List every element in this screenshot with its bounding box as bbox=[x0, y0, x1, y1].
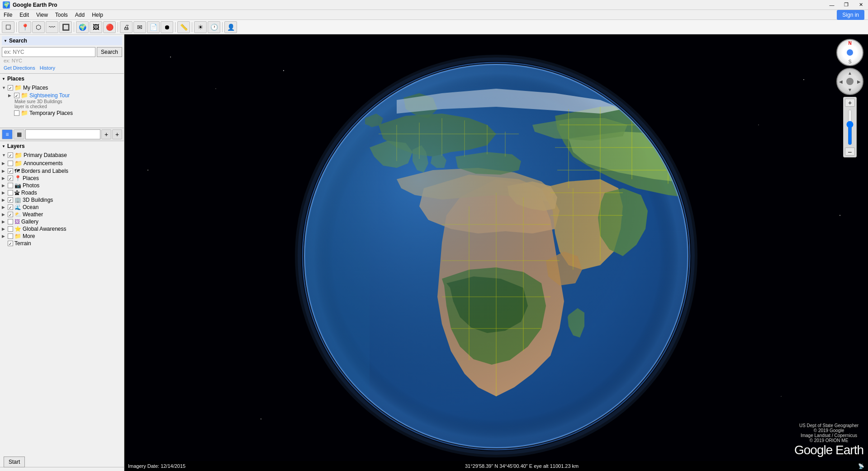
primary-db-checkbox[interactable] bbox=[8, 152, 13, 158]
signin-button[interactable]: Sign in bbox=[837, 10, 864, 20]
history-link[interactable]: History bbox=[40, 65, 55, 71]
menu-tools[interactable]: Tools bbox=[52, 11, 71, 19]
announcements-item[interactable]: ▶ 📁 Announcements bbox=[2, 159, 122, 167]
photos-checkbox[interactable] bbox=[8, 183, 13, 188]
gallery-checkbox[interactable] bbox=[8, 219, 13, 224]
streetview-button[interactable]: 👤 bbox=[224, 21, 237, 33]
menubar: File Edit View Tools Add Help Sign in bbox=[0, 10, 868, 20]
compass[interactable]: N S bbox=[836, 39, 863, 66]
announcements-checkbox[interactable] bbox=[8, 161, 13, 166]
joystick-up-arrow: ▲ bbox=[848, 71, 852, 76]
menu-add[interactable]: Add bbox=[71, 11, 88, 19]
global-expand-icon: ▶ bbox=[2, 227, 6, 231]
add-item-button[interactable]: + bbox=[112, 129, 122, 139]
globe-svg[interactable] bbox=[124, 34, 868, 471]
start-button[interactable]: Start bbox=[4, 457, 25, 467]
my-places-item[interactable]: ▼ 📁 My Places bbox=[2, 84, 122, 91]
print-button[interactable]: 🖨 bbox=[120, 21, 133, 33]
nav-controls: N S ▲ ▼ ◀ ▶ + – bbox=[836, 39, 863, 157]
globe-area[interactable]: N S ▲ ▼ ◀ ▶ + – US Dept bbox=[124, 34, 868, 471]
polygon-button[interactable]: ⬡ bbox=[32, 21, 45, 33]
global-label: Global Awareness bbox=[23, 226, 66, 232]
detail-view-button[interactable]: ▦ bbox=[14, 129, 24, 139]
path-button[interactable]: 〰 bbox=[46, 21, 58, 33]
more-checkbox[interactable] bbox=[8, 233, 13, 239]
gallery-item[interactable]: ▶ 🖼 Gallery bbox=[2, 218, 122, 225]
photos-icon: 📷 bbox=[14, 182, 21, 189]
restore-button[interactable]: ❐ bbox=[839, 0, 854, 10]
list-search-input[interactable] bbox=[25, 129, 100, 139]
my-places-checkbox[interactable] bbox=[8, 85, 13, 90]
ocean-checkbox[interactable] bbox=[8, 205, 13, 210]
close-button[interactable]: ✕ bbox=[854, 0, 868, 10]
terrain-checkbox[interactable] bbox=[8, 241, 13, 246]
ocean-item[interactable]: ▶ 🌊 Ocean bbox=[2, 204, 122, 211]
menu-help[interactable]: Help bbox=[88, 11, 107, 19]
overlay-button[interactable]: 🔲 bbox=[59, 21, 72, 33]
look-joystick[interactable]: ▲ ▼ ◀ ▶ bbox=[836, 68, 863, 95]
svg-point-3 bbox=[283, 70, 284, 71]
weather-item[interactable]: ▶ ⛅ Weather bbox=[2, 211, 122, 218]
weather-checkbox[interactable] bbox=[8, 212, 13, 217]
search-input[interactable] bbox=[2, 47, 95, 57]
sun-button[interactable]: ☀ bbox=[194, 21, 207, 33]
minimize-button[interactable]: — bbox=[825, 0, 839, 10]
roads-checkbox[interactable] bbox=[8, 190, 13, 195]
zoom-slider[interactable] bbox=[848, 109, 852, 145]
borders-checkbox[interactable] bbox=[8, 168, 13, 174]
sky-button[interactable]: 🖼 bbox=[90, 21, 102, 33]
roads-label: Roads bbox=[21, 190, 37, 196]
places-layer-checkbox[interactable] bbox=[8, 176, 13, 181]
photos-label: Photos bbox=[23, 182, 39, 189]
search-button[interactable]: Search bbox=[97, 47, 122, 57]
3d-buildings-item[interactable]: ▶ 🏢 3D Buildings bbox=[2, 196, 122, 204]
app-title: Google Earth Pro bbox=[13, 2, 57, 8]
zoom-in-button[interactable]: + bbox=[845, 99, 855, 107]
earth-button[interactable]: 🌍 bbox=[76, 21, 89, 33]
places-header[interactable]: ▼ Places bbox=[2, 76, 122, 82]
3d-icon: 🏢 bbox=[14, 197, 21, 203]
sightseeing-label[interactable]: Sightseeing Tour bbox=[29, 92, 70, 99]
borders-labels-item[interactable]: ▶ 🗺 Borders and Labels bbox=[2, 167, 122, 175]
email-button[interactable]: ✉ bbox=[133, 21, 146, 33]
more-item[interactable]: ▶ 📁 More bbox=[2, 233, 122, 240]
search-header[interactable]: ▼ Search bbox=[2, 36, 122, 45]
layers-header[interactable]: ▼ Layers bbox=[2, 143, 122, 149]
layers-label: Layers bbox=[7, 143, 25, 149]
historical-button[interactable]: 🕐 bbox=[208, 21, 220, 33]
temp-places-checkbox[interactable] bbox=[14, 110, 19, 116]
photos-item[interactable]: ▶ 📷 Photos bbox=[2, 182, 122, 189]
record-button[interactable]: ⏺ bbox=[161, 21, 173, 33]
primary-database-item[interactable]: ▼ 📁 Primary Database bbox=[2, 151, 122, 159]
coordinates: 31°29'58.39" N 34°45'00.40" E eye alt 11… bbox=[465, 463, 579, 469]
roads-item[interactable]: ▶ 🛣 Roads bbox=[2, 189, 122, 196]
sightseeing-tour-item[interactable]: ▶ 📁 Sightseeing Tour bbox=[2, 91, 122, 99]
places-layer-item[interactable]: ▶ 📍 Places bbox=[2, 175, 122, 182]
add-folder-button[interactable]: + bbox=[101, 129, 111, 139]
svg-point-9 bbox=[781, 396, 782, 397]
layers-section: ▼ Layers ▼ 📁 Primary Database ▶ 📁 Announ… bbox=[0, 141, 124, 467]
menu-file[interactable]: File bbox=[0, 11, 16, 19]
search-label: Search bbox=[9, 38, 27, 44]
measure-button[interactable]: 📏 bbox=[177, 21, 190, 33]
svg-point-8 bbox=[261, 419, 261, 419]
list-view-button[interactable]: ≡ bbox=[2, 129, 13, 139]
get-directions-link[interactable]: Get Directions bbox=[4, 65, 35, 71]
placemark-button[interactable]: 📍 bbox=[19, 21, 31, 33]
places-triangle-icon: ▼ bbox=[2, 77, 5, 81]
temp-places-item[interactable]: 📁 Temporary Places bbox=[2, 109, 122, 117]
compass-north-label: N bbox=[848, 41, 851, 46]
sightseeing-checkbox[interactable] bbox=[14, 93, 19, 98]
mars-button[interactable]: 🔴 bbox=[103, 21, 116, 33]
sightseeing-hint: Make sure 3D Buildingslayer is checked bbox=[2, 99, 122, 109]
new-button[interactable]: ☐ bbox=[2, 21, 14, 33]
menu-edit[interactable]: Edit bbox=[16, 11, 33, 19]
stream-icon: 📡 bbox=[858, 463, 864, 469]
menu-view[interactable]: View bbox=[33, 11, 52, 19]
global-checkbox[interactable] bbox=[8, 226, 13, 232]
3d-checkbox[interactable] bbox=[8, 197, 13, 203]
terrain-item[interactable]: Terrain bbox=[2, 240, 122, 247]
global-awareness-item[interactable]: ▶ ⭐ Global Awareness bbox=[2, 225, 122, 233]
kml-button[interactable]: 📄 bbox=[147, 21, 160, 33]
zoom-out-button[interactable]: – bbox=[845, 147, 855, 156]
